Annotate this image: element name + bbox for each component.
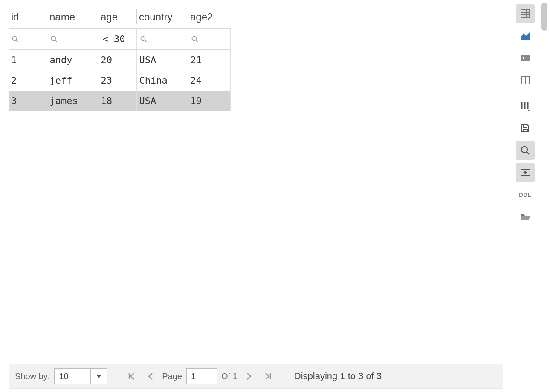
ddl-button[interactable]: DDL bbox=[516, 185, 535, 204]
column-header-age2[interactable]: age2 bbox=[188, 7, 230, 29]
svg-line-25 bbox=[55, 40, 57, 42]
filter-id[interactable] bbox=[9, 29, 47, 49]
svg-marker-19 bbox=[523, 171, 527, 173]
cell-age[interactable]: 20 bbox=[98, 50, 136, 70]
pager-separator bbox=[116, 369, 116, 383]
svg-rect-0 bbox=[521, 9, 530, 18]
right-toolbar: DDL bbox=[515, 4, 536, 226]
of-label: Of 1 bbox=[221, 372, 237, 381]
filter-age2[interactable] bbox=[188, 29, 230, 49]
displaying-label: Displaying 1 to 3 of 3 bbox=[294, 371, 382, 382]
filter-country[interactable] bbox=[137, 29, 188, 49]
cell-age[interactable]: 18 bbox=[98, 91, 136, 111]
insert-row-icon[interactable] bbox=[516, 163, 535, 182]
columns-icon[interactable] bbox=[516, 97, 535, 115]
cell-age2[interactable]: 24 bbox=[188, 70, 230, 91]
page-size-select[interactable]: 10 bbox=[54, 368, 107, 384]
show-by-label: Show by: bbox=[15, 372, 50, 381]
column-header-country[interactable]: country bbox=[136, 7, 188, 29]
svg-line-27 bbox=[144, 40, 146, 42]
cell-country[interactable]: USA bbox=[136, 50, 188, 70]
table-row[interactable]: 3james18USA19 bbox=[9, 91, 230, 111]
filter-age[interactable]: < 30 bbox=[98, 29, 136, 49]
scrollbar-thumb[interactable] bbox=[541, 3, 547, 31]
cell-age2[interactable]: 19 bbox=[188, 91, 230, 111]
svg-marker-30 bbox=[96, 375, 101, 378]
column-header-id[interactable]: id bbox=[9, 7, 47, 29]
last-page-icon[interactable] bbox=[261, 369, 275, 383]
cell-id[interactable]: 2 bbox=[9, 70, 47, 91]
svg-marker-12 bbox=[527, 110, 530, 111]
cell-country[interactable]: China bbox=[136, 70, 188, 91]
cell-name[interactable]: jeff bbox=[47, 70, 98, 91]
svg-rect-13 bbox=[524, 125, 527, 127]
cell-name[interactable]: james bbox=[47, 91, 98, 111]
svg-line-29 bbox=[195, 40, 197, 42]
cell-age2[interactable]: 21 bbox=[188, 50, 230, 70]
grid-icon[interactable] bbox=[516, 4, 535, 23]
filter-name[interactable] bbox=[47, 29, 98, 49]
toolbar-divider bbox=[517, 93, 534, 93]
svg-line-23 bbox=[16, 40, 18, 42]
column-header-age[interactable]: age bbox=[98, 7, 136, 29]
table-filter-row: < 30 bbox=[9, 29, 230, 50]
svg-line-16 bbox=[527, 152, 529, 154]
svg-point-15 bbox=[521, 147, 527, 153]
page-size-value: 10 bbox=[55, 369, 90, 384]
page-label: Page bbox=[162, 372, 182, 381]
cell-id[interactable]: 1 bbox=[9, 50, 47, 70]
first-page-icon[interactable] bbox=[124, 369, 139, 383]
svg-marker-21 bbox=[524, 173, 527, 174]
chart-icon[interactable] bbox=[516, 26, 535, 45]
search-icon[interactable] bbox=[516, 141, 535, 160]
console-icon[interactable] bbox=[516, 49, 535, 67]
svg-marker-5 bbox=[521, 32, 530, 40]
table-header-row: id name age country age2 bbox=[9, 7, 230, 29]
next-page-icon[interactable] bbox=[242, 369, 256, 383]
save-icon[interactable] bbox=[516, 119, 535, 138]
table-row[interactable]: 1andy20USA21 bbox=[9, 50, 230, 70]
pager-separator bbox=[284, 369, 284, 383]
folder-open-icon[interactable] bbox=[516, 208, 535, 226]
page-number-input[interactable]: 1 bbox=[186, 368, 217, 384]
panel-split-icon[interactable] bbox=[516, 71, 535, 89]
column-header-name[interactable]: name bbox=[47, 7, 98, 29]
table-row[interactable]: 2jeff23China24 bbox=[9, 70, 230, 91]
prev-page-icon[interactable] bbox=[143, 369, 158, 383]
data-table: id name age country age2 < 30 1andy20USA… bbox=[9, 7, 231, 111]
svg-rect-14 bbox=[523, 129, 527, 132]
cell-age[interactable]: 23 bbox=[98, 70, 136, 91]
cell-country[interactable]: USA bbox=[136, 91, 188, 111]
cell-id[interactable]: 3 bbox=[9, 91, 47, 111]
svg-rect-6 bbox=[521, 55, 530, 61]
pager-bar: Show by: 10 Page 1 Of 1 Displaying 1 to … bbox=[9, 364, 503, 389]
dropdown-icon[interactable] bbox=[90, 369, 107, 384]
cell-name[interactable]: andy bbox=[47, 50, 98, 70]
